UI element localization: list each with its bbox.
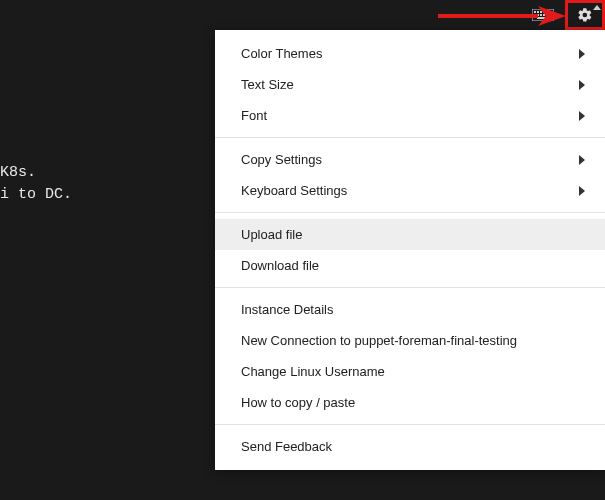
menu-item-copy-settings[interactable]: Copy Settings <box>215 144 605 175</box>
menu-item-label: Upload file <box>241 227 302 242</box>
menu-item-label: New Connection to puppet-foreman-final-t… <box>241 333 517 348</box>
settings-gear-button[interactable] <box>565 0 605 30</box>
menu-item-upload-file[interactable]: Upload file <box>215 219 605 250</box>
settings-menu: Color Themes Text Size Font Copy Setting… <box>215 30 605 470</box>
svg-rect-3 <box>540 11 542 13</box>
menu-item-instance-details[interactable]: Instance Details <box>215 294 605 325</box>
menu-item-download-file[interactable]: Download file <box>215 250 605 281</box>
svg-rect-9 <box>540 14 542 16</box>
menu-item-label: Keyboard Settings <box>241 183 347 198</box>
svg-rect-1 <box>534 11 536 13</box>
chevron-up-icon <box>593 5 601 10</box>
submenu-arrow-icon <box>579 186 585 196</box>
svg-rect-11 <box>546 14 548 16</box>
menu-item-color-themes[interactable]: Color Themes <box>215 38 605 69</box>
menu-divider <box>215 287 605 288</box>
menu-item-how-to-copy-paste[interactable]: How to copy / paste <box>215 387 605 418</box>
svg-rect-12 <box>549 14 551 16</box>
menu-item-label: Change Linux Username <box>241 364 385 379</box>
menu-divider <box>215 212 605 213</box>
menu-item-label: Font <box>241 108 267 123</box>
menu-divider <box>215 424 605 425</box>
svg-rect-8 <box>537 14 539 16</box>
menu-item-label: Instance Details <box>241 302 334 317</box>
menu-item-new-connection[interactable]: New Connection to puppet-foreman-final-t… <box>215 325 605 356</box>
menu-divider <box>215 137 605 138</box>
submenu-arrow-icon <box>579 155 585 165</box>
keyboard-icon[interactable] <box>523 0 563 30</box>
menu-item-label: Text Size <box>241 77 294 92</box>
svg-rect-10 <box>543 14 545 16</box>
top-bar <box>0 0 605 30</box>
submenu-arrow-icon <box>579 111 585 121</box>
svg-rect-4 <box>543 11 545 13</box>
submenu-arrow-icon <box>579 80 585 90</box>
svg-rect-7 <box>534 14 536 16</box>
menu-item-label: Download file <box>241 258 319 273</box>
gear-icon <box>577 7 593 23</box>
svg-rect-2 <box>537 11 539 13</box>
menu-item-keyboard-settings[interactable]: Keyboard Settings <box>215 175 605 206</box>
menu-item-change-linux-username[interactable]: Change Linux Username <box>215 356 605 387</box>
submenu-arrow-icon <box>579 49 585 59</box>
menu-item-label: Color Themes <box>241 46 322 61</box>
menu-item-label: How to copy / paste <box>241 395 355 410</box>
menu-item-label: Copy Settings <box>241 152 322 167</box>
terminal-line-2: K8s. <box>0 162 36 185</box>
menu-item-label: Send Feedback <box>241 439 332 454</box>
svg-rect-6 <box>549 11 551 13</box>
svg-rect-5 <box>546 11 548 13</box>
menu-item-text-size[interactable]: Text Size <box>215 69 605 100</box>
terminal-line-3: i to DC. <box>0 184 72 207</box>
menu-item-font[interactable]: Font <box>215 100 605 131</box>
menu-item-send-feedback[interactable]: Send Feedback <box>215 431 605 462</box>
svg-rect-13 <box>537 17 549 19</box>
